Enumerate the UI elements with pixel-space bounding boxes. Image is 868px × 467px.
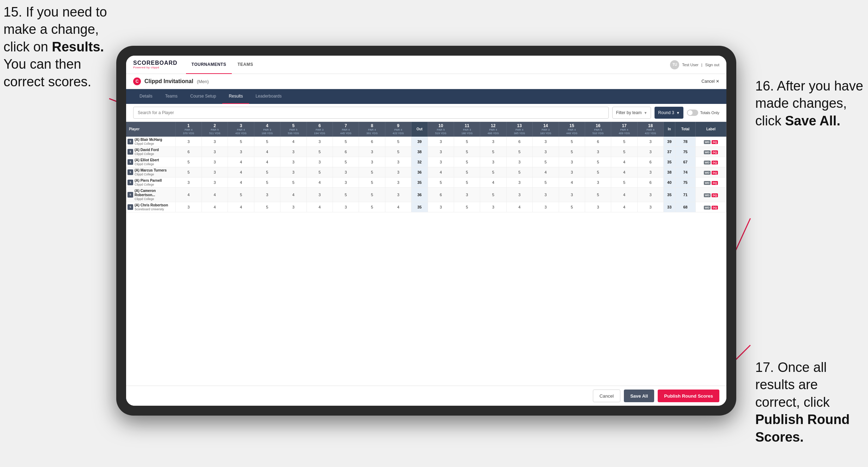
hole-10-score[interactable]: 6: [428, 187, 454, 202]
hole-18-score[interactable]: 6: [637, 177, 663, 187]
tab-leaderboards[interactable]: Leaderboards: [249, 89, 288, 104]
hole-12-score[interactable]: 5: [480, 187, 506, 202]
cancel-button-top[interactable]: Cancel ✕: [701, 79, 719, 84]
hole-17-score[interactable]: 5: [611, 137, 637, 147]
hole-11-score[interactable]: 5: [454, 147, 480, 157]
hole-2-score[interactable]: 3: [202, 147, 228, 157]
hole-5-score[interactable]: 4: [280, 187, 306, 202]
hole-18-score[interactable]: 6: [637, 157, 663, 167]
hole-8-score[interactable]: 3: [359, 157, 385, 167]
hole-10-score[interactable]: 3: [428, 157, 454, 167]
hole-13-score[interactable]: 3: [506, 177, 532, 187]
hole-15-score[interactable]: 5: [559, 147, 585, 157]
hole-12-score[interactable]: 3: [480, 157, 506, 167]
hole-13-score[interactable]: 4: [506, 202, 532, 212]
wd-button[interactable]: WD: [704, 206, 711, 210]
hole-5-score[interactable]: 3: [280, 202, 306, 212]
hole-8-score[interactable]: 5: [359, 202, 385, 212]
hole-1-score[interactable]: 5: [175, 157, 202, 167]
filter-team-dropdown[interactable]: Filter by team ▼: [612, 107, 651, 119]
hole-7-score[interactable]: 3: [333, 177, 359, 187]
wd-button[interactable]: WD: [704, 161, 711, 164]
hole-17-score[interactable]: 4: [611, 187, 637, 202]
hole-6-score[interactable]: 4: [306, 177, 333, 187]
hole-14-score[interactable]: 3: [533, 202, 559, 212]
hole-1-score[interactable]: 4: [175, 187, 202, 202]
hole-9-score[interactable]: 3: [385, 187, 411, 202]
hole-2-score[interactable]: 3: [202, 157, 228, 167]
hole-18-score[interactable]: 3: [637, 187, 663, 202]
hole-4-score[interactable]: 4: [254, 157, 280, 167]
hole-11-score[interactable]: 5: [454, 167, 480, 177]
round-dropdown[interactable]: Round 3 ▼: [655, 107, 683, 119]
hole-13-score[interactable]: 3: [506, 187, 532, 202]
hole-4-score[interactable]: 3: [254, 187, 280, 202]
hole-18-score[interactable]: 3: [637, 202, 663, 212]
hole-3-score[interactable]: 4: [228, 177, 254, 187]
hole-8-score[interactable]: 5: [359, 187, 385, 202]
hole-7-score[interactable]: 3: [333, 202, 359, 212]
hole-14-score[interactable]: 3: [533, 147, 559, 157]
hole-3-score[interactable]: 5: [228, 187, 254, 202]
hole-10-score[interactable]: 3: [428, 137, 454, 147]
hole-14-score[interactable]: 4: [533, 167, 559, 177]
hole-1-score[interactable]: 5: [175, 167, 202, 177]
hole-6-score[interactable]: 5: [306, 147, 333, 157]
hole-9-score[interactable]: 4: [385, 202, 411, 212]
hole-12-score[interactable]: 5: [480, 167, 506, 177]
hole-10-score[interactable]: 3: [428, 147, 454, 157]
hole-5-score[interactable]: 5: [280, 177, 306, 187]
nav-link-tournaments[interactable]: TOURNAMENTS: [186, 56, 232, 74]
hole-16-score[interactable]: 3: [585, 147, 611, 157]
hole-10-score[interactable]: 4: [428, 167, 454, 177]
hole-17-score[interactable]: 4: [611, 202, 637, 212]
cancel-button-bottom[interactable]: Cancel: [593, 390, 620, 402]
hole-13-score[interactable]: 3: [506, 157, 532, 167]
dq-button[interactable]: DQ: [712, 140, 718, 144]
tab-results[interactable]: Results: [222, 89, 249, 104]
hole-7-score[interactable]: 5: [333, 137, 359, 147]
hole-15-score[interactable]: 3: [559, 157, 585, 167]
hole-2-score[interactable]: 3: [202, 177, 228, 187]
hole-17-score[interactable]: 5: [611, 147, 637, 157]
dq-button[interactable]: DQ: [712, 150, 718, 154]
tab-details[interactable]: Details: [133, 89, 159, 104]
hole-4-score[interactable]: 5: [254, 177, 280, 187]
hole-8-score[interactable]: 5: [359, 177, 385, 187]
hole-9-score[interactable]: 3: [385, 177, 411, 187]
hole-14-score[interactable]: 5: [533, 157, 559, 167]
hole-15-score[interactable]: 3: [559, 187, 585, 202]
hole-16-score[interactable]: 6: [585, 137, 611, 147]
hole-11-score[interactable]: 5: [454, 177, 480, 187]
hole-17-score[interactable]: 4: [611, 167, 637, 177]
hole-11-score[interactable]: 5: [454, 202, 480, 212]
hole-5-score[interactable]: 3: [280, 157, 306, 167]
hole-1-score[interactable]: 3: [175, 137, 202, 147]
hole-7-score[interactable]: 6: [333, 147, 359, 157]
hole-8-score[interactable]: 3: [359, 147, 385, 157]
totals-switch[interactable]: [687, 110, 698, 116]
hole-13-score[interactable]: 5: [506, 167, 532, 177]
hole-1-score[interactable]: 6: [175, 147, 202, 157]
hole-18-score[interactable]: 3: [637, 147, 663, 157]
hole-16-score[interactable]: 5: [585, 187, 611, 202]
hole-2-score[interactable]: 4: [202, 202, 228, 212]
wd-button[interactable]: WD: [704, 171, 711, 175]
hole-11-score[interactable]: 3: [454, 187, 480, 202]
hole-13-score[interactable]: 6: [506, 137, 532, 147]
dq-button[interactable]: DQ: [712, 161, 718, 164]
hole-9-score[interactable]: 3: [385, 157, 411, 167]
hole-16-score[interactable]: 5: [585, 167, 611, 177]
hole-18-score[interactable]: 3: [637, 137, 663, 147]
hole-3-score[interactable]: 3: [228, 147, 254, 157]
tab-course-setup[interactable]: Course Setup: [184, 89, 222, 104]
hole-3-score[interactable]: 4: [228, 167, 254, 177]
hole-5-score[interactable]: 3: [280, 147, 306, 157]
hole-6-score[interactable]: 5: [306, 167, 333, 177]
hole-5-score[interactable]: 3: [280, 167, 306, 177]
hole-7-score[interactable]: 3: [333, 167, 359, 177]
hole-6-score[interactable]: 3: [306, 187, 333, 202]
wd-button[interactable]: WD: [704, 193, 711, 197]
hole-7-score[interactable]: 5: [333, 187, 359, 202]
hole-17-score[interactable]: 5: [611, 177, 637, 187]
